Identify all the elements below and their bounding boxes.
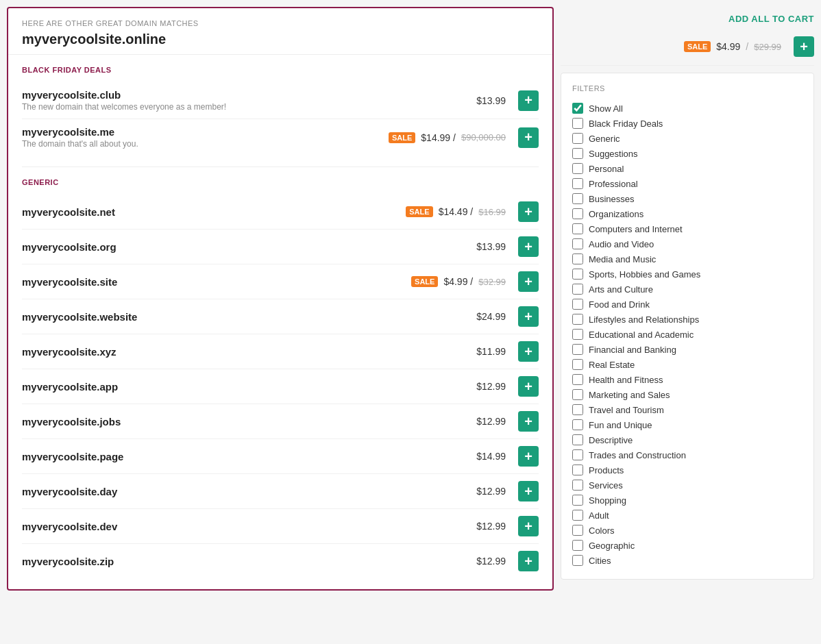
domain-row: myverycoolsite.xyz$11.99+ (22, 334, 539, 369)
filter-checkbox[interactable] (572, 329, 583, 340)
filter-checkbox[interactable] (572, 389, 583, 400)
filter-label[interactable]: Geographic (589, 541, 635, 551)
domain-label: myverycoolsite.net (22, 206, 406, 218)
filter-label[interactable]: Professional (589, 179, 638, 189)
filter-checkbox[interactable] (572, 208, 583, 219)
filter-checkbox[interactable] (572, 269, 583, 280)
filter-checkbox[interactable] (572, 419, 583, 430)
filter-label[interactable]: Audio and Video (589, 239, 654, 249)
domain-price: $13.99 (476, 241, 506, 252)
filter-checkbox[interactable] (572, 359, 583, 370)
filter-label[interactable]: Fun and Unique (589, 420, 652, 430)
filter-checkbox[interactable] (572, 193, 583, 204)
filter-item: Geographic (572, 538, 802, 553)
filter-label[interactable]: Suggestions (589, 149, 638, 159)
add-to-cart-button[interactable]: + (518, 236, 539, 257)
filter-checkbox[interactable] (572, 253, 583, 264)
domain-price-area: $24.99+ (476, 306, 539, 327)
add-to-cart-button[interactable]: + (518, 306, 539, 327)
domain-desc: The new domain that welcomes everyone as… (22, 102, 476, 112)
domain-row: myverycoolsite.siteSALE$4.99 /$32.99+ (22, 264, 539, 299)
filter-checkbox[interactable] (572, 299, 583, 310)
add-to-cart-button[interactable]: + (518, 376, 539, 397)
filter-checkbox[interactable] (572, 284, 583, 295)
domain-info: myverycoolsite.zip (22, 556, 476, 567)
filter-label[interactable]: Marketing and Sales (589, 390, 670, 400)
filter-checkbox[interactable] (572, 480, 583, 491)
filter-label[interactable]: Food and Drink (589, 299, 650, 310)
filter-label[interactable]: Adult (589, 510, 609, 521)
filter-checkbox[interactable] (572, 555, 583, 566)
add-to-cart-button[interactable]: + (518, 481, 539, 501)
filter-item: Show All (572, 101, 802, 116)
domain-info: myverycoolsite.day (22, 486, 476, 497)
add-to-cart-button[interactable]: + (518, 516, 539, 536)
filter-checkbox[interactable] (572, 525, 583, 536)
filter-label[interactable]: Media and Music (589, 254, 656, 264)
filter-checkbox[interactable] (572, 314, 583, 325)
filter-item: Lifestyles and Relationships (572, 312, 802, 327)
filter-checkbox[interactable] (572, 133, 583, 144)
filter-label[interactable]: Businesses (589, 194, 634, 204)
domain-info: myverycoolsite.org (22, 241, 476, 253)
filter-checkbox[interactable] (572, 510, 583, 521)
filter-label[interactable]: Colors (589, 525, 615, 536)
filter-checkbox[interactable] (572, 344, 583, 355)
filter-checkbox[interactable] (572, 495, 583, 506)
add-to-cart-button[interactable]: + (518, 127, 539, 148)
add-to-cart-button[interactable]: + (518, 411, 539, 432)
filter-label[interactable]: Show All (589, 103, 623, 114)
filter-checkbox[interactable] (572, 223, 583, 234)
filter-label[interactable]: Health and Fitness (589, 375, 663, 385)
add-to-cart-button[interactable]: + (518, 201, 539, 222)
filter-label[interactable]: Shopping (589, 495, 626, 506)
filter-checkbox[interactable] (572, 148, 583, 159)
featured-add-button[interactable]: + (794, 36, 814, 57)
right-header: ADD ALL TO CART (561, 7, 814, 31)
filter-label[interactable]: Products (589, 465, 624, 475)
filter-label[interactable]: Arts and Culture (589, 284, 653, 295)
filter-checkbox[interactable] (572, 118, 583, 129)
add-to-cart-button[interactable]: + (518, 341, 539, 362)
domain-label: myverycoolsite.dev (22, 521, 476, 532)
filter-checkbox[interactable] (572, 163, 583, 174)
domain-row: myverycoolsite.netSALE$14.49 /$16.99+ (22, 195, 539, 230)
filter-label[interactable]: Lifestyles and Relationships (589, 314, 699, 325)
add-to-cart-button[interactable]: + (518, 446, 539, 467)
filter-label[interactable]: Real Estate (589, 360, 635, 370)
domain-info: myverycoolsite.site (22, 276, 411, 288)
add-to-cart-button[interactable]: + (518, 271, 539, 292)
filter-label[interactable]: Organizations (589, 209, 644, 219)
filter-checkbox[interactable] (572, 374, 583, 385)
add-to-cart-button[interactable]: + (518, 551, 539, 571)
filter-label[interactable]: Travel and Tourism (589, 405, 664, 415)
filter-label[interactable]: Trades and Construction (589, 450, 686, 460)
orig-price: $32.99 (478, 277, 506, 287)
filter-label[interactable]: Black Friday Deals (589, 119, 663, 129)
filter-checkbox[interactable] (572, 103, 583, 114)
filter-label[interactable]: Personal (589, 164, 624, 174)
add-to-cart-button[interactable]: + (518, 90, 539, 111)
section-label-black-friday: BLACK FRIDAY DEALS (22, 66, 539, 74)
filter-label[interactable]: Computers and Internet (589, 224, 683, 234)
filter-label[interactable]: Educational and Academic (589, 330, 694, 340)
filter-checkbox[interactable] (572, 238, 583, 249)
filter-checkbox[interactable] (572, 540, 583, 551)
filter-checkbox[interactable] (572, 465, 583, 475)
filter-label[interactable]: Cities (589, 556, 611, 566)
domain-label: myverycoolsite.jobs (22, 416, 476, 428)
filter-label[interactable]: Descriptive (589, 435, 633, 445)
filter-label[interactable]: Generic (589, 134, 620, 144)
add-all-button[interactable]: ADD ALL TO CART (728, 14, 814, 24)
featured-separator: / (746, 41, 748, 52)
filter-label[interactable]: Financial and Banking (589, 345, 676, 355)
domain-row: myverycoolsite.clubThe new domain that w… (22, 82, 539, 119)
filter-checkbox[interactable] (572, 449, 583, 460)
domain-price-area: $12.99+ (476, 481, 539, 501)
filter-checkbox[interactable] (572, 178, 583, 189)
filter-label[interactable]: Services (589, 480, 623, 491)
filter-checkbox[interactable] (572, 434, 583, 445)
domain-price-area: SALE$4.99 /$32.99+ (411, 271, 539, 292)
filter-label[interactable]: Sports, Hobbies and Games (589, 269, 700, 280)
filter-checkbox[interactable] (572, 404, 583, 415)
